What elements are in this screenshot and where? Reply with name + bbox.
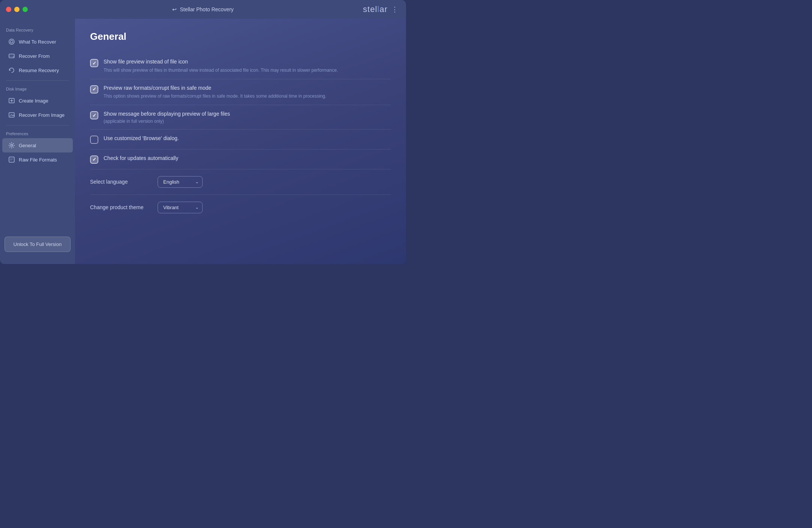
theme-dropdown-wrapper: Vibrant Dark Light ⌄ — [158, 202, 203, 213]
drive-icon — [8, 53, 15, 59]
sidebar-item-label: Recover From — [19, 53, 50, 59]
minimize-button[interactable] — [14, 7, 20, 12]
sidebar-item-resume-recovery[interactable]: Resume Recovery — [2, 63, 73, 77]
checkbox-check-updates[interactable] — [90, 155, 98, 164]
setting-show-file-preview-text: Show file preview instead of file icon T… — [104, 58, 391, 74]
checkbox-preview-raw-formats-control[interactable] — [90, 85, 98, 94]
checkbox-check-updates-control[interactable] — [90, 155, 98, 164]
theme-select[interactable]: Vibrant Dark Light — [158, 202, 203, 213]
content-area: General Show file preview instead of fil… — [75, 19, 406, 264]
checkbox-use-customized-browse-control[interactable] — [90, 136, 98, 144]
main-layout: Data Recovery What To Recover Recover Fr… — [0, 19, 406, 264]
sidebar-item-label: Create Image — [19, 98, 48, 104]
sidebar: Data Recovery What To Recover Recover Fr… — [0, 19, 75, 264]
window-title: ↩ Stellar Photo Recovery — [172, 6, 233, 12]
sidebar-item-label: Raw File Formats — [19, 157, 57, 163]
sidebar-item-what-to-recover[interactable]: What To Recover — [2, 35, 73, 49]
language-dropdown-wrapper: English French German Spanish ⌄ — [158, 176, 203, 188]
window-controls — [6, 7, 28, 12]
sidebar-item-label: Resume Recovery — [19, 68, 59, 73]
setting-show-message-large-files: Show message before displaying preview o… — [90, 105, 391, 129]
setting-preview-raw-formats: Preview raw formats/corrupt files in saf… — [90, 79, 391, 105]
svg-point-1 — [11, 41, 13, 43]
setting-use-customized-text: Use customized 'Browse' dialog. — [104, 135, 391, 142]
sidebar-section-disk-image: Disk Image — [0, 84, 75, 94]
sidebar-item-label: General — [19, 143, 36, 148]
sidebar-section-preferences: Preferences — [0, 128, 75, 138]
setting-check-updates-text: Check for updates automatically — [104, 155, 391, 162]
theme-row: Change product theme Vibrant Dark Light … — [90, 195, 391, 220]
checkbox-show-file-preview-control[interactable] — [90, 59, 98, 67]
sidebar-item-label: What To Recover — [19, 39, 56, 45]
sidebar-item-recover-from[interactable]: Recover From — [2, 49, 73, 63]
language-select[interactable]: English French German Spanish — [158, 176, 203, 188]
setting-check-updates: Check for updates automatically — [90, 149, 391, 169]
circle-arrows-icon — [8, 38, 15, 45]
menu-dots-button[interactable]: ⋮ — [391, 5, 398, 14]
sidebar-item-recover-from-image[interactable]: Recover From Image — [2, 108, 73, 122]
maximize-button[interactable] — [23, 7, 28, 12]
checkbox-show-file-preview[interactable] — [90, 59, 98, 67]
close-button[interactable] — [6, 7, 11, 12]
svg-rect-3 — [9, 56, 14, 56]
setting-show-file-preview-desc: This will show preview of files in thumb… — [104, 67, 391, 74]
theme-label: Change product theme — [90, 204, 150, 210]
sidebar-item-raw-file-formats[interactable]: Raw File Formats — [2, 152, 73, 167]
svg-rect-10 — [9, 157, 14, 162]
setting-use-customized-label: Use customized 'Browse' dialog. — [104, 135, 391, 142]
title-text: Stellar Photo Recovery — [180, 6, 233, 12]
create-image-icon — [8, 97, 15, 104]
checkbox-preview-raw-formats[interactable] — [90, 85, 98, 94]
language-row: Select language English French German Sp… — [90, 169, 391, 195]
stellar-wordmark: stellar — [363, 5, 388, 14]
unlock-full-version-button[interactable]: Unlock To Full Version — [5, 237, 71, 252]
checkbox-show-message-large-files[interactable] — [90, 111, 98, 119]
checkbox-show-message-large-files-control[interactable] — [90, 111, 98, 119]
setting-show-message-text: Show message before displaying preview o… — [104, 110, 391, 124]
sidebar-item-general[interactable]: General — [2, 138, 73, 152]
image-recover-icon — [8, 112, 15, 118]
setting-show-message-label: Show message before displaying preview o… — [104, 110, 391, 118]
svg-point-0 — [9, 39, 14, 44]
resume-icon — [8, 67, 15, 74]
sidebar-item-create-image[interactable]: Create Image — [2, 94, 73, 108]
sidebar-divider-2 — [6, 125, 69, 125]
titlebar: ↩ Stellar Photo Recovery stellar ⋮ — [0, 0, 406, 19]
setting-preview-raw-label: Preview raw formats/corrupt files in saf… — [104, 84, 391, 92]
sidebar-divider-1 — [6, 80, 69, 81]
svg-point-4 — [13, 57, 14, 57]
raw-formats-icon — [8, 156, 15, 163]
sidebar-section-data-recovery: Data Recovery — [0, 25, 75, 35]
back-icon: ↩ — [172, 6, 177, 12]
setting-show-message-note: (applicable in full version only) — [104, 119, 391, 124]
setting-use-customized-browse: Use customized 'Browse' dialog. — [90, 130, 391, 149]
setting-preview-raw-desc: This option shows preview of raw formats… — [104, 93, 391, 100]
sidebar-spacer — [0, 167, 75, 233]
setting-show-file-preview-label: Show file preview instead of file icon — [104, 58, 391, 66]
sidebar-item-label: Recover From Image — [19, 112, 65, 118]
gear-icon — [8, 142, 15, 149]
app-logo: stellar ⋮ — [363, 5, 398, 14]
page-title: General — [90, 31, 391, 42]
svg-point-9 — [11, 145, 13, 146]
setting-check-updates-label: Check for updates automatically — [104, 155, 391, 162]
setting-show-file-preview: Show file preview instead of file icon T… — [90, 53, 391, 79]
checkbox-use-customized-browse[interactable] — [90, 136, 98, 144]
language-label: Select language — [90, 179, 150, 185]
setting-preview-raw-text: Preview raw formats/corrupt files in saf… — [104, 84, 391, 100]
